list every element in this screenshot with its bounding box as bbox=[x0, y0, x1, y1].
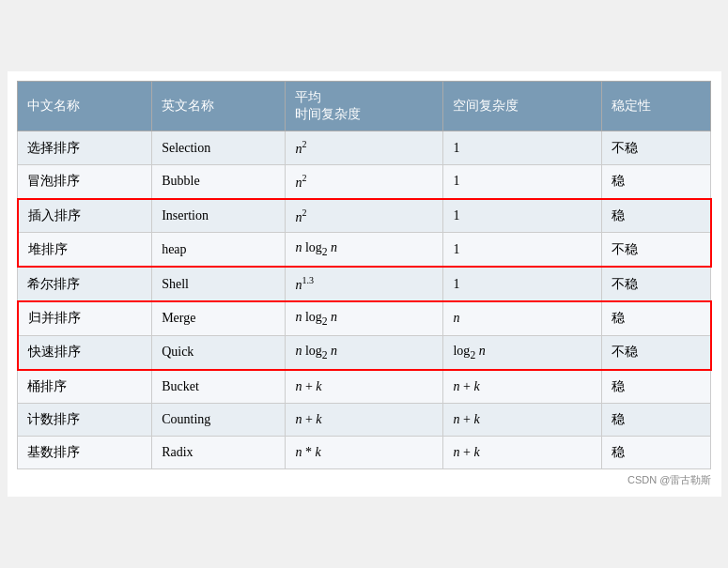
table-cell: n + k bbox=[286, 370, 443, 404]
table-cell: 1 bbox=[443, 199, 601, 233]
table-row: 希尔排序Shelln1.31不稳 bbox=[18, 267, 711, 301]
table-cell: n + k bbox=[443, 436, 601, 468]
table-cell: n2 bbox=[286, 199, 443, 233]
table-row: 归并排序Mergen log2 nn稳 bbox=[18, 301, 711, 335]
table-cell: n2 bbox=[286, 131, 443, 165]
table-cell: 1 bbox=[443, 267, 601, 301]
table-cell: Quick bbox=[152, 335, 286, 369]
table-cell: n bbox=[443, 301, 601, 335]
table-row: 计数排序Countingn + kn + k稳 bbox=[18, 403, 711, 436]
table-cell: Bucket bbox=[152, 370, 286, 404]
col-time: 平均 时间复杂度 bbox=[286, 82, 443, 131]
table-cell: 选择排序 bbox=[18, 131, 152, 165]
table-cell: Counting bbox=[152, 403, 286, 436]
table-cell: 不稳 bbox=[601, 131, 710, 165]
table-cell: n log2 n bbox=[286, 301, 443, 335]
table-cell: 稳 bbox=[601, 370, 710, 404]
sorting-table: 中文名称 英文名称 平均 时间复杂度 空间复杂度 稳定性 选择排序Selecti… bbox=[17, 81, 712, 468]
table-cell: n1.3 bbox=[286, 267, 443, 301]
table-cell: 稳 bbox=[601, 403, 710, 436]
table-row: 冒泡排序Bubblen21稳 bbox=[18, 165, 711, 199]
table-cell: 稳 bbox=[601, 436, 710, 468]
table-cell: 基数排序 bbox=[18, 436, 152, 468]
table-cell: heap bbox=[152, 233, 286, 267]
col-zh: 中文名称 bbox=[18, 82, 152, 131]
table-cell: n + k bbox=[286, 403, 443, 436]
table-cell: n + k bbox=[443, 370, 601, 404]
table-cell: 归并排序 bbox=[18, 301, 152, 335]
table-row: 插入排序Insertionn21稳 bbox=[18, 199, 711, 233]
table-cell: 桶排序 bbox=[18, 370, 152, 404]
table-cell: 1 bbox=[443, 131, 601, 165]
table-cell: 1 bbox=[443, 233, 601, 267]
table-cell: Bubble bbox=[152, 165, 286, 199]
table-cell: Selection bbox=[152, 131, 286, 165]
col-en: 英文名称 bbox=[152, 82, 286, 131]
table-cell: 计数排序 bbox=[18, 403, 152, 436]
table-cell: 快速排序 bbox=[18, 335, 152, 369]
table-cell: 冒泡排序 bbox=[18, 165, 152, 199]
page-wrapper: 中文名称 英文名称 平均 时间复杂度 空间复杂度 稳定性 选择排序Selecti… bbox=[8, 71, 721, 496]
table-cell: log2 n bbox=[443, 335, 601, 369]
table-row: 堆排序heapn log2 n1不稳 bbox=[18, 233, 711, 267]
table-cell: 不稳 bbox=[601, 233, 710, 267]
table-cell: Insertion bbox=[152, 199, 286, 233]
table-cell: 稳 bbox=[601, 301, 710, 335]
table-cell: 希尔排序 bbox=[18, 267, 152, 301]
col-stable: 稳定性 bbox=[601, 82, 710, 131]
table-cell: Merge bbox=[152, 301, 286, 335]
table-row: 桶排序Bucketn + kn + k稳 bbox=[18, 370, 711, 404]
table-row: 选择排序Selectionn21不稳 bbox=[18, 131, 711, 165]
table-cell: 稳 bbox=[601, 165, 710, 199]
table-cell: 堆排序 bbox=[18, 233, 152, 267]
table-cell: n2 bbox=[286, 165, 443, 199]
table-cell: 不稳 bbox=[601, 335, 710, 369]
table-row: 基数排序Radixn * kn + k稳 bbox=[18, 436, 711, 468]
col-space: 空间复杂度 bbox=[443, 82, 601, 131]
table-cell: Shell bbox=[152, 267, 286, 301]
table-cell: Radix bbox=[152, 436, 286, 468]
table-row: 快速排序Quickn log2 nlog2 n不稳 bbox=[18, 335, 711, 369]
watermark: CSDN @雷古勒斯 bbox=[17, 473, 712, 487]
table-cell: n log2 n bbox=[286, 233, 443, 267]
table-cell: 稳 bbox=[601, 199, 710, 233]
table-cell: n log2 n bbox=[286, 335, 443, 369]
table-cell: 不稳 bbox=[601, 267, 710, 301]
table-cell: n * k bbox=[286, 436, 443, 468]
table-cell: 插入排序 bbox=[18, 199, 152, 233]
table-cell: n + k bbox=[443, 403, 601, 436]
table-header-row: 中文名称 英文名称 平均 时间复杂度 空间复杂度 稳定性 bbox=[18, 82, 711, 131]
table-cell: 1 bbox=[443, 165, 601, 199]
